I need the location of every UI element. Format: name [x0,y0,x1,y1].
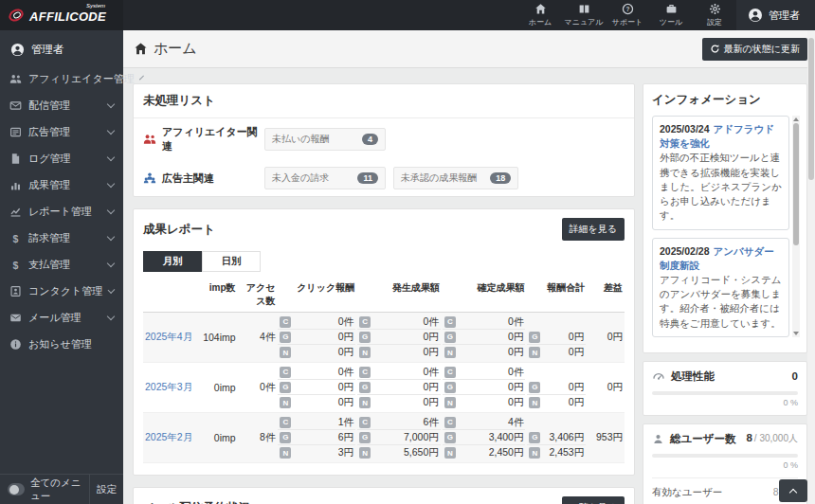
scrollbar-thumb[interactable] [793,123,799,245]
sidebar-item-contact[interactable]: コンタクト管理 [0,278,123,304]
refresh-button[interactable]: 最新の状態に更新 [702,38,807,61]
badge-c: C [280,316,291,328]
pending-chip-unapproved-results[interactable]: 未承認の成果報酬 18 [393,167,518,189]
tab-daily[interactable]: 日別 [202,251,261,272]
sidebar-item-notices[interactable]: お知らせ管理 [0,331,123,357]
badge-g: G [359,332,371,343]
badge-c: C [280,367,291,378]
metric-value: 0円 [338,331,353,344]
info-scrollbar[interactable] [792,116,800,337]
sidebar-user[interactable]: 管理者 [0,30,123,65]
all-menu-toggle-row: 全てのメニュー [0,475,89,504]
sidebar-item-distribution[interactable]: 配信管理 [0,92,123,118]
report-header: 成果レポート 詳細を見る [134,209,634,249]
metric-value: 5,650円 [404,446,439,459]
metric-value: 0円 [569,331,584,344]
badge-g: G [444,432,456,443]
click-reward-cell: C0件 G0円 N0円 [277,313,356,362]
badge-n: N [444,397,456,408]
information-panel: インフォメーション 2025/03/24アドフラウド対策を強化 外部の不正検知ツ… [643,83,807,353]
topnav-manual[interactable]: マニュアル [562,0,606,30]
briefcase-icon [665,3,678,15]
page-title: ホーム [134,40,197,58]
sidebar-user-name: 管理者 [31,43,64,57]
user-menu[interactable]: 管理者 [736,0,815,30]
file-icon [9,153,22,165]
active-users-row: 有効なユーザー 8人 [652,477,798,499]
badge-n: N [529,347,540,358]
information-date: 2025/02/28 [660,245,710,257]
scroll-down-arrow-icon[interactable] [793,332,799,335]
content: 未処理リスト アフィリエイター関連 未払いの報酬 4 [123,68,815,504]
sidebar-item-affiliater[interactable]: アフィリエイター管理 [0,65,123,92]
badge-n: N [280,397,291,408]
performance-header: 処理性能 0 [652,369,798,384]
month-link[interactable]: 2025年2月 [145,431,192,444]
badge-c: C [359,367,371,378]
metric-value: 0円 [338,381,353,394]
month-link[interactable]: 2025年3月 [145,381,192,394]
book-icon [578,3,590,15]
sidebar-item-reports[interactable]: レポート管理 [0,198,123,225]
sidebar-item-results[interactable]: 成果管理 [0,171,123,198]
metric-value: 0円 [423,346,438,359]
chevron-down-icon [107,259,115,266]
margin-value: 953円 [587,413,625,462]
performance-panel: 処理性能 0 0 % [643,361,807,416]
svg-text:$: $ [13,232,19,243]
pending-chip-unpaid-reward[interactable]: 未払いの報酬 4 [264,128,386,151]
topnav-support[interactable]: ? サポート [606,0,649,30]
performance-percent: 0 % [652,398,798,407]
bar-chart-icon [9,179,22,191]
report-detail-button[interactable]: 詳細を見る [562,218,625,241]
all-menu-label: 全てのメニュー [30,477,82,503]
table-row: 2025年2月 0imp 8件 C1件 G6円 N3円 C6件 G7,000円 [143,413,625,463]
scroll-up-arrow-icon[interactable] [793,117,799,121]
person-icon [652,433,664,445]
margin-value: 0円 [587,363,625,412]
confirmed-amount-cell: C0件 G0円 N0円 [442,363,527,412]
page-scrollbar[interactable] [807,30,815,504]
tab-monthly[interactable]: 月別 [143,251,202,272]
sidebar-item-logs[interactable]: ログ管理 [0,145,123,171]
left-column: 未処理リスト アフィリエイター関連 未払いの報酬 4 [133,83,635,504]
sidebar-settings-button[interactable]: 設定 [89,475,123,504]
sidebar-item-billing[interactable]: $ 請求管理 [0,225,123,251]
badge-c: C [444,417,456,428]
confirmed-amount-cell: C0件 G0円 N0円 [442,313,527,362]
brand-logo[interactable]: AFFILICODE System [0,0,123,30]
dollar-icon: $ [9,232,22,244]
topnav-home[interactable]: ホーム [518,0,562,30]
pending-row-advertiser: 広告主関連 未入金の請求 11 未承認の成果報酬 18 [134,160,634,196]
scroll-to-top-button[interactable] [779,479,807,502]
table-row: 2025年4月 104imp 4件 C0件 G0円 N0円 C0件 G0円 [143,313,625,363]
info-icon [9,338,22,351]
brand-sup: System [86,3,105,9]
reward-total-cell: G3,406円 N2,453円 [526,413,587,462]
ad-board-icon [9,126,22,138]
badge-n: N [359,397,371,408]
main-area: ホーム 最新の状態に更新 未処理リスト アフィリエイター関連 [123,30,815,504]
user-avatar-icon [748,8,763,23]
page-scrollbar-thumb[interactable] [808,38,814,180]
access-value: 8件 [238,413,278,462]
badge-g: G [359,382,371,393]
chevron-down-icon [107,312,115,319]
information-title: インフォメーション [652,92,798,108]
sidebar-item-payment[interactable]: $ 支払管理 [0,251,123,278]
badge-g: G [529,432,540,443]
all-menu-toggle[interactable] [8,483,25,495]
sidebar-item-ads[interactable]: 広告管理 [0,118,123,145]
sidebar-item-mail[interactable]: メール管理 [0,304,123,331]
badge-c: C [359,316,371,328]
table-row: 2025年3月 0imp 0件 C0件 G0円 N0円 C0件 G0円 [143,363,625,413]
metric-value: 0円 [569,346,584,359]
mail-schedule-list-button[interactable]: 一覧を見る [562,496,625,504]
pending-list-panel: 未処理リスト アフィリエイター関連 未払いの報酬 4 [133,83,635,197]
topnav-tools[interactable]: ツール [649,0,693,30]
topnav-settings[interactable]: 設定 [693,0,736,30]
month-link[interactable]: 2025年4月 [145,331,192,344]
pending-chip-unpaid-billing[interactable]: 未入金の請求 11 [264,167,386,189]
performance-progress-bar [652,391,798,395]
badge-g: G [280,432,291,443]
